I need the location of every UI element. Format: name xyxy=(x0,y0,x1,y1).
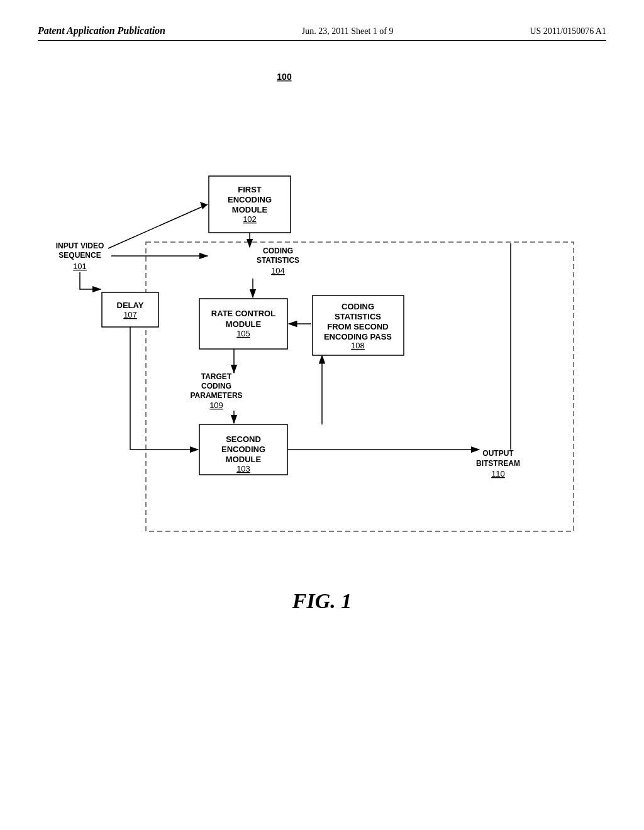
second-encoding-num: 103 xyxy=(236,464,250,473)
coding-stats-104-text2: STATISTICS xyxy=(257,256,299,265)
coding-stats-108-text3: FROM SECOND xyxy=(327,322,389,331)
diagram-container: 100 INPUT VIDEO SEQUENCE 101 FIRST ENCOD… xyxy=(38,53,606,619)
diagram-svg: 100 INPUT VIDEO SEQUENCE 101 FIRST ENCOD… xyxy=(38,53,606,594)
first-encoding-num: 102 xyxy=(243,214,257,224)
output-bitstream-text2: BITSTREAM xyxy=(476,459,520,468)
arrow-input-to-delay xyxy=(80,272,101,289)
coding-stats-104-num: 104 xyxy=(271,266,285,275)
input-video-label2: SEQUENCE xyxy=(58,251,101,260)
page-header: Patent Application Publication Jun. 23, … xyxy=(38,25,606,41)
coding-stats-108-num: 108 xyxy=(351,341,365,350)
second-encoding-text1: SECOND xyxy=(226,434,261,444)
header-publication-label: Patent Application Publication xyxy=(38,25,165,36)
target-coding-text2: CODING xyxy=(201,382,231,390)
page: Patent Application Publication Jun. 23, … xyxy=(0,0,644,830)
input-video-label: INPUT VIDEO xyxy=(56,241,104,250)
coding-stats-104-text1: CODING xyxy=(263,246,293,255)
first-encoding-text1: FIRST xyxy=(238,185,262,194)
figure-label: FIG. 1 xyxy=(38,589,606,613)
arrowhead-input-to-first xyxy=(200,202,208,209)
target-coding-text1: TARGET xyxy=(201,372,232,381)
header-date-sheet: Jun. 23, 2011 Sheet 1 of 9 xyxy=(302,26,394,36)
diagram-title-num: 100 xyxy=(277,72,292,82)
first-encoding-text2: ENCODING xyxy=(228,195,272,204)
arrow-delay-to-second-encoding xyxy=(130,327,198,450)
second-encoding-text2: ENCODING xyxy=(221,445,265,454)
output-bitstream-text1: OUTPUT xyxy=(482,449,514,458)
output-bitstream-num: 110 xyxy=(491,469,505,479)
rate-control-text2: MODULE xyxy=(226,319,262,329)
second-encoding-text3: MODULE xyxy=(226,455,262,464)
coding-stats-108-text1: CODING xyxy=(341,302,374,311)
header-patent-number: US 2011/0150076 A1 xyxy=(530,26,606,36)
input-video-num: 101 xyxy=(73,262,87,271)
rate-control-text1: RATE CONTROL xyxy=(211,309,275,318)
first-encoding-text3: MODULE xyxy=(232,205,268,214)
coding-stats-108-text2: STATISTICS xyxy=(335,312,381,321)
svg-line-0 xyxy=(108,204,208,256)
delay-text: DELAY xyxy=(117,301,144,310)
rate-control-num: 105 xyxy=(236,329,250,338)
target-coding-num: 109 xyxy=(209,401,223,410)
target-coding-text3: PARAMETERS xyxy=(190,391,242,400)
delay-num: 107 xyxy=(123,310,137,319)
